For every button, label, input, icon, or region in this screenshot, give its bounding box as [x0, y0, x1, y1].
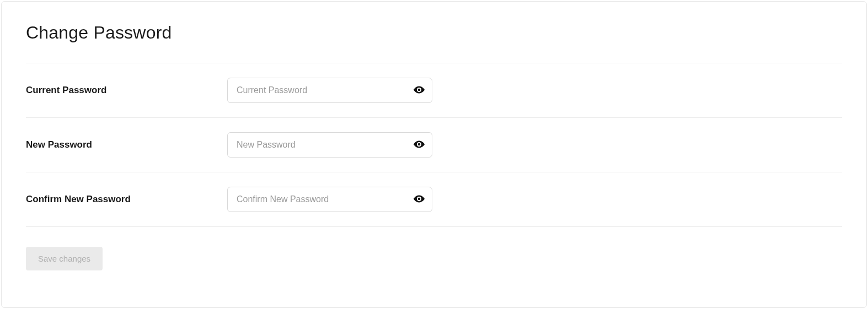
eye-icon	[413, 138, 425, 152]
new-password-label: New Password	[26, 139, 227, 150]
change-password-card: Change Password Current Password New Pas…	[1, 1, 867, 308]
new-password-input[interactable]	[227, 132, 432, 158]
divider	[26, 226, 842, 227]
new-password-row: New Password	[26, 118, 842, 172]
page-title: Change Password	[26, 23, 842, 43]
current-password-input[interactable]	[227, 78, 432, 103]
eye-icon	[413, 84, 425, 97]
confirm-password-input[interactable]	[227, 187, 432, 212]
current-password-input-wrap	[227, 78, 432, 103]
confirm-password-input-wrap	[227, 187, 432, 212]
toggle-current-password-visibility[interactable]	[411, 83, 427, 98]
confirm-password-label: Confirm New Password	[26, 194, 227, 205]
eye-icon	[413, 193, 425, 207]
confirm-password-row: Confirm New Password	[26, 172, 842, 226]
new-password-input-wrap	[227, 132, 432, 158]
save-changes-button[interactable]: Save changes	[26, 247, 103, 270]
toggle-confirm-password-visibility[interactable]	[411, 192, 427, 207]
current-password-row: Current Password	[26, 63, 842, 117]
form-actions: Save changes	[26, 247, 842, 270]
toggle-new-password-visibility[interactable]	[411, 137, 427, 153]
current-password-label: Current Password	[26, 85, 227, 96]
